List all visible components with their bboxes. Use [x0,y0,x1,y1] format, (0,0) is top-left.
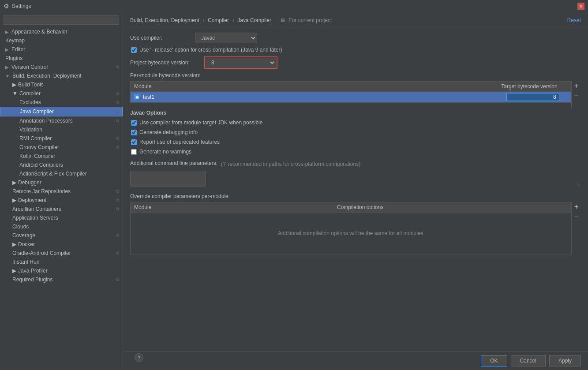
sidebar-item-deployment[interactable]: ▶ Deployment ⧉ [0,196,123,205]
target-bytecode-input[interactable] [506,93,559,101]
sidebar-item-rmi-compiler[interactable]: RMI Compiler ⧉ [0,134,123,143]
javac-options-label: Javac Options [130,110,581,116]
sidebar-item-label: RMI Compiler [19,135,52,142]
use-compiler-row: Use compiler: Javac Eclipse Ajc [130,33,581,43]
opt1-checkbox[interactable] [131,120,137,126]
arrow-icon: ▶ [5,65,9,70]
reset-button[interactable]: Reset [567,17,581,23]
cmd-input-wrapper: ⤡ [130,171,581,188]
override-section: Override compiler parameters per-module:… [130,193,581,254]
copy-icon: ⧉ [116,233,119,238]
arrow-icon: ▶ [12,82,16,88]
sidebar-item-label: Build Tools [18,82,44,88]
sidebar-item-version-control[interactable]: ▶ Version Control ⧉ [0,63,123,71]
cmd-label-text: Additional command line parameters: [130,160,217,166]
help-button[interactable]: ? [135,353,143,362]
search-input[interactable] [4,15,119,25]
sidebar-item-coverage[interactable]: Coverage ⧉ [0,231,123,240]
breadcrumb: Build, Execution, Deployment › Compiler … [130,17,271,23]
copy-icon: ⧉ [116,100,119,105]
sidebar-item-debugger[interactable]: ▶ Debugger [0,178,123,187]
sidebar-item-compiler[interactable]: ▼ Compiler ⧉ [0,89,123,98]
module-table: Module Target bytecode version ▣ test1 [130,81,571,103]
settings-icon: ⚙ [4,3,9,10]
copy-icon: ⧉ [116,64,119,70]
sidebar-item-required-plugins[interactable]: Required Plugins ⧉ [0,275,123,284]
sidebar-item-label: Java Profiler [18,268,48,274]
cmd-input[interactable] [130,171,206,187]
sidebar-item-application-servers[interactable]: Application Servers [0,213,123,222]
option-use-compiler-module: Use compiler from module target JDK when… [131,120,581,126]
module-col-header: Module [131,82,491,91]
title-bar: ⚙ Settings ✕ [0,0,588,12]
close-button[interactable]: ✕ [577,3,584,10]
breadcrumb-sep1: › [202,17,204,23]
sidebar-item-label: Compiler [19,90,41,97]
table-action-buttons: + − [571,81,581,108]
sidebar-item-label: Debugger [18,179,41,186]
opt3-checkbox[interactable] [131,139,137,145]
sidebar-item-kotlin-compiler[interactable]: Kotlin Compiler [0,152,123,161]
cancel-button[interactable]: Cancel [511,355,546,366]
breadcrumb-part2: Compiler [208,17,229,23]
table-row: ▣ test1 [131,92,571,102]
arrow-icon: ▶ [12,241,16,247]
content-header: Build, Execution, Deployment › Compiler … [123,12,588,27]
sidebar-item-label: Validation [19,127,42,133]
sidebar-item-build-tools[interactable]: ▶ Build Tools [0,80,123,89]
override-action-buttons: + − [571,202,581,254]
sidebar-item-excludes[interactable]: Excludes ⧉ [0,98,123,107]
sidebar-item-label: Keymap [5,37,25,44]
opt2-checkbox[interactable] [131,130,137,135]
sidebar-item-validation[interactable]: Validation [0,125,123,134]
sidebar-item-clouds[interactable]: Clouds [0,222,123,231]
main-container: 🔍 ▶ Appearance & Behavior Keymap ▶ Edito… [0,12,588,370]
remove-module-button[interactable]: − [572,91,581,101]
sidebar-item-build-execution[interactable]: ▼ Build, Execution, Deployment [0,71,123,80]
module-icon: ▣ [134,94,140,100]
copy-icon: ⧉ [116,250,119,256]
sidebar-item-gradle-android[interactable]: Gradle-Android Compiler ⧉ [0,249,123,258]
arrow-icon: ▼ [12,90,18,97]
remove-override-button[interactable]: − [572,212,581,221]
sidebar-item-docker[interactable]: ▶ Docker [0,240,123,249]
cmd-label: Additional command line parameters: [130,160,217,166]
sidebar-item-editor[interactable]: ▶ Editor [0,45,123,54]
cmd-row: Additional command line parameters: ('/'… [130,160,581,167]
add-override-button[interactable]: + [572,202,581,212]
add-module-button[interactable]: + [572,81,581,91]
sidebar-item-annotation-processors[interactable]: Annotation Processors ⧉ [0,116,123,125]
sidebar-item-java-compiler[interactable]: Java Compiler ⧉ [0,107,123,116]
content-body: Use compiler: Javac Eclipse Ajc Use '--r… [123,27,588,351]
use-compiler-label: Use compiler: [130,35,192,41]
project-bytecode-select[interactable]: 8 9 10 11 [206,58,276,67]
sidebar-item-android-compilers[interactable]: Android Compilers [0,161,123,169]
arrow-icon: ▼ [5,74,10,78]
sidebar-item-java-profiler[interactable]: ▶ Java Profiler [0,266,123,275]
sidebar-item-actionscript-flex[interactable]: ActionScript & Flex Compiler [0,169,123,178]
use-release-checkbox[interactable] [131,47,137,53]
compiler-select[interactable]: Javac Eclipse Ajc [195,33,257,43]
sidebar-item-plugins[interactable]: Plugins [0,54,123,63]
sidebar-item-label: Groovy Compiler [19,144,59,150]
opt4-checkbox[interactable] [131,149,137,155]
copy-icon: ⧉ [116,136,119,141]
project-bytecode-row: Project bytecode version: 8 9 10 11 [130,56,581,69]
sidebar-item-keymap[interactable]: Keymap [0,36,123,45]
sidebar-item-label: Excludes [19,99,41,105]
search-bar: 🔍 [0,12,123,27]
sidebar-item-groovy-compiler[interactable]: Groovy Compiler ⧉ [0,143,123,152]
sidebar-item-label: Docker [18,241,35,247]
sidebar-item-appearance[interactable]: ▶ Appearance & Behavior [0,27,123,36]
sidebar-item-label: ActionScript & Flex Compiler [19,171,87,177]
sidebar-item-arquillian[interactable]: Arquillian Containers ⧉ [0,205,123,213]
sidebar-item-remote-jar[interactable]: Remote Jar Repositories ⧉ [0,187,123,196]
sidebar-item-label: Java Compiler [20,108,54,115]
sidebar-item-instant-run[interactable]: Instant Run [0,258,123,266]
override-module-header: Module [131,202,333,212]
sidebar-item-label: Deployment [18,197,46,203]
sidebar-item-label: Editor [11,46,25,52]
apply-button[interactable]: Apply [549,355,581,366]
ok-button[interactable]: OK [481,355,507,366]
target-cell [505,92,571,102]
